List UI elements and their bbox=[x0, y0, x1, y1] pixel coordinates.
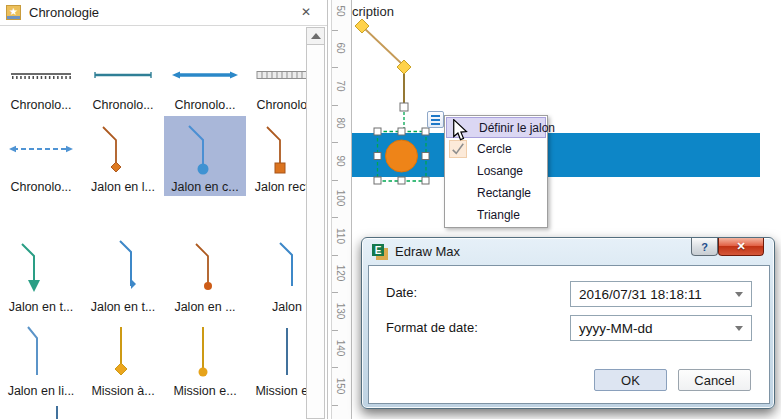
mission-circle-shape bbox=[169, 323, 241, 381]
ruler-label: 150 bbox=[332, 377, 350, 395]
library-star-icon: ★ bbox=[6, 5, 21, 20]
edraw-max-dialog: E Edraw Max ? ✕ Date: 2016/07/31 18:18:1… bbox=[361, 237, 775, 409]
library-panel: ★ Chronologie ✕ Chronolo... Chronolo... bbox=[0, 0, 328, 419]
library-item-label: Jalon en li... bbox=[8, 383, 75, 400]
milestone-bent-line-shape bbox=[5, 323, 77, 381]
dialog-title: Edraw Max bbox=[395, 244, 460, 259]
milestone-flag-shape bbox=[87, 236, 159, 297]
library-item-jalon-losange[interactable]: Jalon en l... bbox=[82, 116, 164, 196]
timeline-ticks-shape bbox=[5, 55, 77, 95]
milestone-small-circle-shape bbox=[169, 236, 241, 297]
date-format-label: Format de date: bbox=[386, 320, 478, 335]
date-format-combo[interactable]: yyyy-MM-dd bbox=[570, 315, 752, 341]
edraw-logo-icon: E bbox=[372, 244, 388, 260]
ruler-tick bbox=[332, 405, 338, 406]
library-item-label: Jalon en l... bbox=[91, 179, 155, 196]
panel-close-icon[interactable]: ✕ bbox=[298, 4, 314, 20]
ruler-tick bbox=[332, 292, 338, 293]
library-item-timeline-dashed[interactable]: Chronolo... bbox=[0, 116, 82, 196]
library-item-label: Jalon en c... bbox=[171, 179, 238, 196]
library-panel-header: ★ Chronologie ✕ bbox=[0, 0, 327, 26]
mission-diamond-shape bbox=[87, 323, 159, 381]
library-item-label: Chronolo... bbox=[174, 97, 235, 114]
menu-item-triangle[interactable]: Triangle bbox=[445, 204, 547, 226]
ruler-label: 120 bbox=[332, 264, 350, 282]
library-item-label: Jalon bbox=[272, 299, 302, 316]
library-item-label: Jalon en t... bbox=[9, 299, 74, 316]
milestone-diamond-shape bbox=[87, 121, 159, 177]
dialog-help-button[interactable]: ? bbox=[691, 238, 718, 256]
timeline-teal-shape bbox=[87, 55, 159, 95]
scroll-up-button[interactable] bbox=[307, 28, 324, 45]
library-item-label: Jalon en t... bbox=[91, 299, 156, 316]
floating-menu-button[interactable] bbox=[427, 111, 444, 128]
library-item-mission-losange[interactable]: Mission à... bbox=[82, 322, 164, 400]
check-icon bbox=[449, 140, 467, 158]
edraw-window: ★ Chronologie ✕ Chronolo... Chronolo... bbox=[0, 0, 781, 419]
date-format-value: yyyy-MM-dd bbox=[579, 321, 653, 336]
hamburger-icon bbox=[431, 115, 440, 117]
library-item-timeline-1[interactable]: Chronolo... bbox=[0, 36, 82, 114]
ruler-tick bbox=[332, 367, 338, 368]
library-item-jalon-petit-cercle[interactable]: Jalon en ... bbox=[164, 236, 246, 316]
ruler-label: 140 bbox=[332, 339, 350, 357]
library-item-label: Mission e... bbox=[173, 383, 236, 400]
svg-text:E: E bbox=[375, 245, 382, 256]
ruler-tick bbox=[332, 330, 338, 331]
library-item-jalon-t2[interactable]: Jalon en t... bbox=[82, 236, 164, 316]
library-item-jalon-triangle[interactable]: Jalon en t... bbox=[0, 236, 82, 316]
dialog-close-button[interactable]: ✕ bbox=[718, 238, 764, 256]
cancel-button[interactable]: Cancel bbox=[678, 369, 751, 391]
ok-button[interactable]: OK bbox=[594, 369, 667, 391]
timeline-blue-dashed-shape bbox=[5, 121, 77, 177]
library-item-timeline-2[interactable]: Chronolo... bbox=[82, 36, 164, 114]
panel-title: Chronologie bbox=[29, 5, 99, 20]
menu-item-losange[interactable]: Losange bbox=[445, 160, 547, 182]
date-value: 2016/07/31 18:18:11 bbox=[579, 287, 702, 302]
dropdown-arrow-icon bbox=[735, 292, 743, 297]
milestone-context-menu: Définir le jalon Cercle Losange Rectangl… bbox=[444, 115, 548, 228]
ruler-tick bbox=[332, 255, 338, 256]
library-item-mission-cercle[interactable]: Mission e... bbox=[164, 322, 246, 400]
milestone-arrow-shape bbox=[5, 236, 77, 297]
partial-next-row-shape bbox=[56, 406, 58, 419]
dialog-content: Date: 2016/07/31 18:18:11 Format de date… bbox=[368, 265, 770, 404]
timeline-blue-arrow-shape bbox=[169, 55, 241, 95]
date-combo[interactable]: 2016/07/31 18:18:11 bbox=[570, 281, 752, 307]
library-item-label: Mission à... bbox=[91, 383, 154, 400]
panel-scrollbar[interactable] bbox=[306, 27, 325, 419]
library-item-label: Jalon en ... bbox=[174, 299, 235, 316]
library-item-label: Chronolo... bbox=[10, 179, 71, 196]
library-item-label: Chronolo... bbox=[10, 97, 71, 114]
menu-item-rectangle[interactable]: Rectangle bbox=[445, 182, 547, 204]
mouse-cursor-icon bbox=[452, 119, 469, 142]
library-item-label: Chronolo... bbox=[92, 97, 153, 114]
date-label: Date: bbox=[386, 285, 417, 300]
library-item-jalon-cercle-selected[interactable]: Jalon en c... bbox=[164, 116, 246, 196]
milestone-circle-shape bbox=[169, 121, 241, 177]
dropdown-arrow-icon bbox=[735, 326, 743, 331]
library-item-timeline-3[interactable]: Chronolo... bbox=[164, 36, 246, 114]
ruler-label: 130 bbox=[332, 302, 350, 320]
scroll-up-icon bbox=[311, 33, 321, 39]
library-item-jalon-ligne[interactable]: Jalon en li... bbox=[0, 322, 82, 400]
